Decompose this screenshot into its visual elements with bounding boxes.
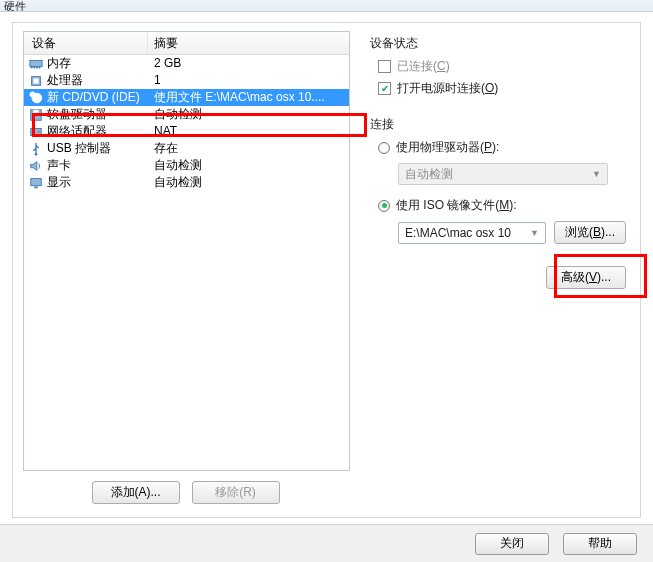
checkbox-icon: ✔ bbox=[378, 82, 391, 95]
hw-name: 内存 bbox=[47, 55, 71, 72]
remove-button[interactable]: 移除(R) bbox=[192, 481, 280, 504]
hardware-list: 设备 摘要 内存2 GB处理器1新 CD/DVD (IDE)使用文件 E:\MA… bbox=[23, 31, 350, 471]
hw-summary: NAT bbox=[148, 123, 349, 140]
cpu-icon bbox=[28, 73, 43, 88]
hw-summary: 2 GB bbox=[148, 55, 349, 72]
svg-rect-2 bbox=[33, 66, 35, 68]
hw-row-usb[interactable]: USB 控制器存在 bbox=[24, 140, 349, 157]
hw-summary: 自动检测 bbox=[148, 157, 349, 174]
hw-name: 新 CD/DVD (IDE) bbox=[47, 89, 140, 106]
connected-label: 已连接(C) bbox=[397, 58, 450, 75]
hw-summary: 使用文件 E:\MAC\mac osx 10.... bbox=[148, 89, 349, 106]
hw-row-cd-new[interactable]: 新 CD/DVD (IDE)使用文件 E:\MAC\mac osx 10.... bbox=[24, 89, 349, 106]
iso-label: 使用 ISO 镜像文件(M): bbox=[396, 197, 517, 214]
hw-summary: 存在 bbox=[148, 140, 349, 157]
svg-point-14 bbox=[37, 130, 39, 132]
svg-rect-16 bbox=[30, 178, 41, 185]
nic-icon bbox=[28, 124, 43, 139]
help-button[interactable]: 帮助 bbox=[563, 533, 637, 555]
svg-rect-11 bbox=[33, 109, 38, 113]
svg-rect-4 bbox=[38, 66, 40, 68]
display-icon bbox=[28, 175, 43, 190]
titlebar: 硬件 bbox=[0, 0, 653, 12]
physical-drive-radio[interactable]: 使用物理驱动器(P): bbox=[378, 139, 626, 156]
footer: 关闭 帮助 bbox=[0, 524, 653, 562]
hw-row-display[interactable]: 显示自动检测 bbox=[24, 174, 349, 191]
physical-label: 使用物理驱动器(P): bbox=[396, 139, 499, 156]
svg-rect-3 bbox=[36, 66, 38, 68]
hw-row-cpu[interactable]: 处理器1 bbox=[24, 72, 349, 89]
hw-name: 网络适配器 bbox=[47, 123, 107, 140]
checkbox-icon bbox=[378, 60, 391, 73]
poweron-checkbox[interactable]: ✔ 打开电源时连接(O) bbox=[378, 80, 626, 97]
hw-name: 声卡 bbox=[47, 157, 71, 174]
close-button[interactable]: 关闭 bbox=[475, 533, 549, 555]
chevron-down-icon: ▼ bbox=[530, 228, 539, 238]
hw-name: 显示 bbox=[47, 174, 71, 191]
svg-point-9 bbox=[29, 91, 34, 96]
cd-new-icon bbox=[28, 90, 43, 105]
svg-point-13 bbox=[32, 130, 34, 132]
hw-name: 软盘驱动器 bbox=[47, 106, 107, 123]
usb-icon bbox=[28, 141, 43, 156]
col-device: 设备 bbox=[24, 32, 148, 54]
hw-row-memory[interactable]: 内存2 GB bbox=[24, 55, 349, 72]
connected-checkbox[interactable]: 已连接(C) bbox=[378, 58, 626, 75]
hw-name: 处理器 bbox=[47, 72, 83, 89]
iso-radio[interactable]: 使用 ISO 镜像文件(M): bbox=[378, 197, 626, 214]
svg-rect-17 bbox=[34, 186, 38, 188]
memory-icon bbox=[28, 56, 43, 71]
svg-point-8 bbox=[35, 96, 38, 99]
poweron-label: 打开电源时连接(O) bbox=[397, 80, 498, 97]
advanced-button[interactable]: 高级(V)... bbox=[546, 266, 626, 289]
connection-title: 连接 bbox=[370, 116, 626, 133]
svg-rect-1 bbox=[30, 66, 32, 68]
add-button[interactable]: 添加(A)... bbox=[92, 481, 180, 504]
svg-rect-0 bbox=[29, 60, 41, 66]
col-summary: 摘要 bbox=[148, 32, 349, 54]
chevron-down-icon: ▼ bbox=[592, 169, 601, 179]
svg-point-15 bbox=[34, 152, 37, 155]
hw-summary: 自动检测 bbox=[148, 106, 349, 123]
hw-summary: 自动检测 bbox=[148, 174, 349, 191]
radio-icon bbox=[378, 142, 390, 154]
svg-rect-6 bbox=[33, 78, 38, 83]
physical-drive-select: 自动检测▼ bbox=[398, 163, 608, 185]
hw-row-nic[interactable]: 网络适配器NAT bbox=[24, 123, 349, 140]
hw-row-sound[interactable]: 声卡自动检测 bbox=[24, 157, 349, 174]
iso-path-select[interactable]: E:\MAC\mac osx 10▼ bbox=[398, 222, 546, 244]
hw-summary: 1 bbox=[148, 72, 349, 89]
status-title: 设备状态 bbox=[370, 35, 626, 52]
hardware-header: 设备 摘要 bbox=[24, 32, 349, 55]
hw-name: USB 控制器 bbox=[47, 140, 111, 157]
browse-button[interactable]: 浏览(B)... bbox=[554, 221, 626, 244]
radio-icon bbox=[378, 200, 390, 212]
floppy-icon bbox=[28, 107, 43, 122]
hw-row-floppy[interactable]: 软盘驱动器自动检测 bbox=[24, 106, 349, 123]
sound-icon bbox=[28, 158, 43, 173]
